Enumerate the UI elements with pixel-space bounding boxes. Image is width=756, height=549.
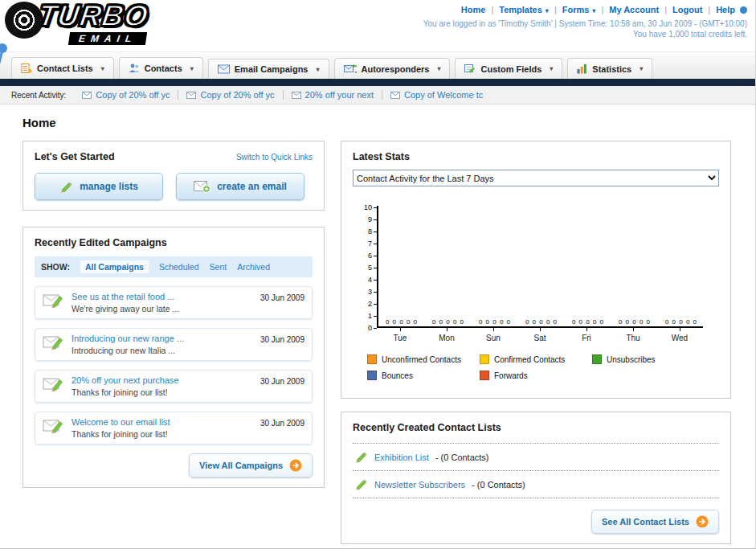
contact-list-item[interactable]: Exhibition List- (0 Contacts) [353,443,719,470]
pencil-icon [354,478,368,490]
autoresponders-icon [344,64,357,74]
campaign-date: 30 Jun 2009 [260,292,304,302]
logo-subtitle: EMAIL [68,32,148,45]
nav-tab-email-campaigns[interactable]: Email Campaigns [208,59,329,79]
campaign-item[interactable]: Welcome to our email listThanks for join… [35,412,313,445]
contact-list-detail: - (0 Contacts) [472,480,525,490]
campaign-filter-bar: SHOW: All CampaignsScheduledSentArchived [35,256,313,277]
view-all-campaigns-label: View All Campaigns [199,461,283,470]
nav-divider-bar [0,79,755,86]
campaign-item[interactable]: 20% off your next purchaseThanks for joi… [35,370,313,403]
top-link-home[interactable]: Home [461,5,486,14]
recent-activity-title: Recent Activity: [11,91,66,100]
x-axis-label: Tue [377,328,423,342]
bar-group-values: 0 0 0 0 0 [611,318,658,326]
legend-item: Confirmed Contacts [480,354,592,364]
logo-text: TURBO EMAIL [39,2,149,45]
legend-item: Unconfirmed Contacts [367,354,480,364]
campaign-filter-scheduled[interactable]: Scheduled [159,262,199,272]
recent-activity-item-label: 20% off your next [305,90,374,100]
envelope-plus-icon [194,180,210,193]
envelope-icon [82,92,92,99]
contact-list-name-link[interactable]: Newsletter Subscribers [374,480,465,490]
campaign-title-link[interactable]: Introducing our new range ... [72,334,184,343]
main-nav: Contact ListsContactsEmail CampaignsAuto… [0,51,755,79]
top-link-my-account[interactable]: My Account [595,5,659,14]
campaign-title-link[interactable]: Welcome to our email list [72,417,170,427]
bar-group-values: 0 0 0 0 0 [518,318,565,326]
nav-tab-autoresponders[interactable]: Autoresponders [334,58,451,79]
contact-activity-chart: 012345678910 0 0 0 0 00 0 0 0 00 0 0 0 0… [356,206,719,387]
x-axis-label: Thu [610,328,656,342]
campaign-text: Welcome to our email listThanks for join… [72,417,170,439]
manage-lists-label: manage lists [80,181,138,192]
nav-tab-label: Contact Lists [37,64,93,73]
campaign-date: 30 Jun 2009 [260,417,304,428]
recent-activity-item[interactable]: Copy of 20% off yc [82,90,178,100]
see-all-contact-lists-label: See All Contact Lists [602,517,689,526]
switch-quick-links-link[interactable]: Switch to Quick Links [236,153,313,162]
recent-activity-item[interactable]: Copy of 20% off yc [186,90,283,100]
nav-tab-statistics[interactable]: Statistics [567,58,652,79]
right-column: Latest Stats Contact Activity for the La… [341,141,731,544]
recent-activity-item[interactable]: 20% off your next [292,90,382,100]
bar-group-values: 0 0 0 0 0 [472,318,518,326]
campaign-date: 30 Jun 2009 [260,375,304,386]
contact-lists-icon [21,63,32,74]
legend-swatch [480,354,489,364]
nav-tab-contacts[interactable]: Contacts [119,57,203,79]
y-tick-label: 4 [368,276,377,284]
logo-title: TURBO [36,2,150,31]
campaign-filter-archived[interactable]: Archived [237,262,270,272]
see-all-contact-lists-button[interactable]: See All Contact Lists [591,510,719,534]
top-link-forms[interactable]: Forms [549,5,596,14]
recent-activity-item-label: Copy of Welcome tc [404,90,483,100]
recent-activity-bar: Recent Activity: Copy of 20% off ycCopy … [0,86,755,104]
nav-tab-label: Autoresponders [362,64,430,74]
campaign-subtitle: We're giving away our late ... [72,304,179,313]
contacts-icon [129,63,140,74]
chart-y-axis: 012345678910 [356,206,377,328]
show-label: SHOW: [41,262,70,272]
campaign-item[interactable]: Introducing our new range ...Introducing… [35,328,313,361]
view-all-campaigns-button[interactable]: View All Campaigns [189,453,313,477]
x-axis-label: Sat [517,328,563,342]
top-link-logout[interactable]: Logout [659,5,702,14]
contact-list-detail: - (0 Contacts) [435,453,489,462]
legend-label: Confirmed Contacts [494,355,565,364]
top-link-help[interactable]: Help [702,5,735,14]
campaign-filter-sent[interactable]: Sent [210,262,227,272]
campaign-title-link[interactable]: 20% off your next purchase [72,375,179,385]
campaign-item[interactable]: See us at the retail food ...We're givin… [35,286,313,319]
contact-list-name-link[interactable]: Exhibition List [374,453,429,462]
chart-legend: Unconfirmed ContactsConfirmed ContactsUn… [367,354,719,387]
legend-label: Unconfirmed Contacts [382,355,461,364]
campaign-filter-all-campaigns[interactable]: All Campaigns [80,260,149,273]
envelope-icon [292,92,301,99]
top-link-templates[interactable]: Templates [485,5,548,14]
manage-lists-button[interactable]: manage lists [35,173,163,200]
y-tick-label: 5 [368,264,377,272]
nav-tab-label: Custom Fields [480,64,541,74]
y-tick-label: 6 [368,252,377,260]
nav-tab-custom-fields[interactable]: Custom Fields [455,58,562,79]
legend-swatch [367,354,377,364]
y-tick-label: 2 [368,300,377,308]
campaign-title-link[interactable]: See us at the retail food ... [72,292,179,301]
recent-activity-item[interactable]: Copy of Welcome tc [390,90,491,100]
create-email-button[interactable]: create an email [176,173,304,200]
header: TURBO EMAIL HomeTemplatesFormsMy Account… [0,0,755,51]
nav-tab-contact-lists[interactable]: Contact Lists [11,57,114,79]
recent-campaigns-panel: Recently Edited Campaigns SHOW: All Camp… [22,227,325,488]
x-axis-label: Sun [470,328,517,342]
legend-swatch [367,371,377,380]
get-started-title: Let's Get Started [35,151,115,162]
get-started-panel: Let's Get Started Switch to Quick Links … [22,141,325,211]
contact-list-item[interactable]: Newsletter Subscribers- (0 Contacts) [353,470,719,498]
envelope-pencil-icon [43,292,64,309]
left-column: Let's Get Started Switch to Quick Links … [22,141,325,488]
page-title: Home [22,116,731,129]
stats-period-select[interactable]: Contact Activity for the Last 7 Days [353,170,719,186]
contact-lists-panel-title: Recently Created Contact Lists [353,422,719,433]
contact-list-items: Exhibition List- (0 Contacts)Newsletter … [353,443,719,498]
